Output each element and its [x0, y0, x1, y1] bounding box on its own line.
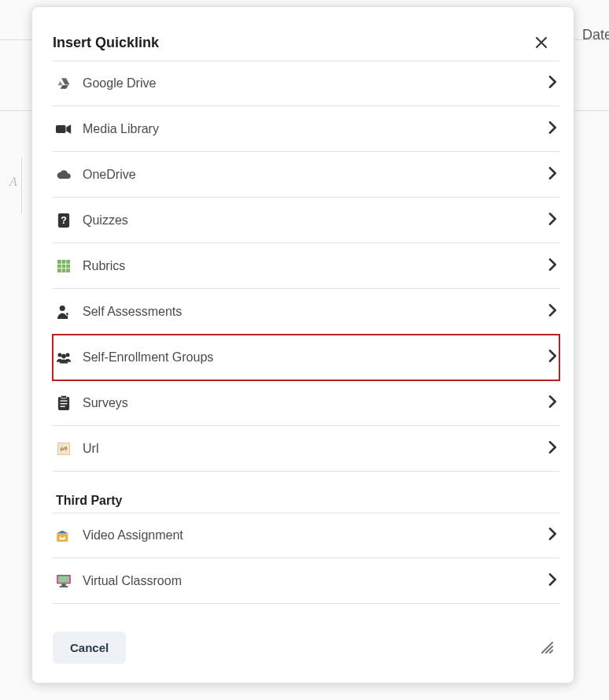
- list-item-label: Self Assessments: [83, 305, 548, 319]
- question-icon: ?: [56, 213, 72, 228]
- link-icon: [56, 441, 72, 457]
- svg-rect-6: [67, 315, 68, 318]
- list-item-label: Google Drive: [83, 76, 548, 91]
- svg-point-7: [58, 353, 62, 357]
- svg-point-9: [61, 354, 66, 358]
- svg-rect-3: [57, 260, 70, 272]
- svg-rect-18: [58, 576, 69, 582]
- list-item-quizzes[interactable]: ? Quizzes: [53, 198, 559, 243]
- chevron-right-icon: [548, 528, 558, 543]
- list-item-label: Quizzes: [83, 213, 548, 228]
- svg-rect-20: [60, 586, 68, 587]
- svg-rect-13: [61, 403, 68, 404]
- chevron-right-icon: [548, 213, 558, 228]
- modal-header: Insert Quicklink: [32, 7, 574, 61]
- chevron-right-icon: [548, 395, 558, 411]
- list-item-label: Virtual Classroom: [83, 574, 548, 588]
- list-item-surveys[interactable]: Surveys: [53, 380, 559, 426]
- monitor-icon: [56, 573, 72, 589]
- list-item-label: Media Library: [83, 122, 548, 136]
- svg-rect-14: [61, 406, 65, 406]
- list-item-self-enrollment-groups[interactable]: Self-Enrollment Groups: [53, 335, 559, 380]
- video-assignment-icon: [56, 528, 72, 543]
- quicklink-scroll-area[interactable]: Google Drive Media Library: [32, 61, 574, 616]
- bg-date-label: Date: [582, 27, 609, 43]
- list-item-label: Surveys: [83, 396, 548, 410]
- list-item-label: Self-Enrollment Groups: [83, 350, 548, 365]
- svg-rect-16: [57, 533, 68, 542]
- svg-rect-11: [61, 395, 66, 398]
- cloud-icon: [56, 167, 72, 183]
- svg-rect-0: [56, 125, 66, 133]
- chevron-right-icon: [548, 258, 558, 274]
- list-item-virtual-classroom[interactable]: Virtual Classroom: [53, 558, 559, 604]
- chevron-right-icon: [548, 167, 558, 183]
- quicklink-list: Google Drive Media Library: [53, 61, 570, 612]
- list-item-label: Video Assignment: [83, 528, 548, 543]
- list-item-label: Url: [83, 442, 548, 456]
- list-item-url[interactable]: Url: [53, 426, 559, 472]
- cancel-button[interactable]: Cancel: [53, 631, 126, 664]
- modal-title: Insert Quicklink: [53, 35, 530, 51]
- svg-text:?: ?: [61, 215, 67, 226]
- list-item-video-assignment[interactable]: Video Assignment: [53, 513, 559, 558]
- chevron-right-icon: [548, 121, 558, 137]
- list-item-label: OneDrive: [83, 168, 548, 182]
- section-header-third-party: Third Party: [53, 494, 559, 508]
- chevron-right-icon: [548, 76, 558, 91]
- modal-footer: Cancel: [32, 616, 574, 683]
- resize-handle[interactable]: [539, 639, 553, 657]
- person-icon: [56, 304, 72, 320]
- list-item-self-assessments[interactable]: Self Assessments: [53, 289, 559, 335]
- close-button[interactable]: [530, 31, 553, 54]
- bg-divider: [21, 157, 22, 214]
- close-icon: [535, 36, 548, 49]
- list-item-onedrive[interactable]: OneDrive: [53, 152, 559, 198]
- insert-quicklink-modal: Insert Quicklink Google Drive M: [31, 6, 574, 683]
- svg-point-5: [66, 313, 68, 315]
- chevron-right-icon: [548, 350, 558, 365]
- list-item-rubrics[interactable]: Rubrics: [53, 243, 559, 289]
- chevron-right-icon: [548, 441, 558, 457]
- svg-point-4: [60, 306, 65, 311]
- list-item-google-drive[interactable]: Google Drive: [53, 61, 559, 106]
- grid-icon: [56, 258, 72, 274]
- resize-icon: [539, 639, 553, 654]
- chevron-right-icon: [548, 573, 558, 589]
- svg-rect-19: [61, 583, 65, 586]
- svg-point-8: [66, 353, 70, 357]
- clipboard-icon: [56, 395, 72, 411]
- list-item-media-library[interactable]: Media Library: [53, 106, 559, 152]
- chevron-right-icon: [548, 304, 558, 320]
- svg-rect-12: [61, 400, 68, 401]
- video-camera-icon: [56, 121, 72, 137]
- bg-font-icon: A: [9, 175, 17, 189]
- google-drive-icon: [56, 76, 72, 91]
- people-group-icon: [56, 350, 72, 365]
- list-item-label: Rubrics: [83, 259, 548, 273]
